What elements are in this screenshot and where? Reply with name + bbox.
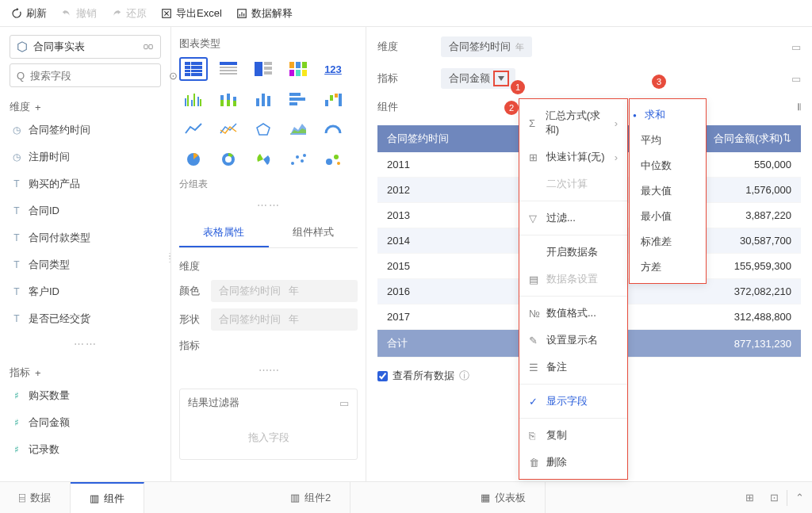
- view-all-input[interactable]: [377, 371, 388, 381]
- agg-stddev[interactable]: 标准差: [630, 229, 706, 255]
- chart-type-radar[interactable]: [249, 117, 278, 141]
- drag-handle[interactable]: ⋯⋯: [10, 338, 161, 350]
- explain-button[interactable]: 数据解释: [236, 6, 293, 21]
- plus-icon[interactable]: +: [35, 101, 41, 113]
- svg-rect-10: [220, 67, 237, 68]
- color-slot[interactable]: 合同签约时间年: [211, 280, 358, 302]
- agg-sum[interactable]: 求和: [630, 102, 706, 128]
- field-search[interactable]: Q ⊙: [10, 63, 161, 87]
- field-item[interactable]: T合同类型: [10, 254, 161, 276]
- menu-show-field[interactable]: ✓显示字段: [519, 388, 627, 415]
- chart-type-area[interactable]: [284, 117, 312, 141]
- chart-type-kpi[interactable]: 123: [319, 57, 347, 81]
- chart-type-crosstable[interactable]: [214, 57, 243, 81]
- dim-section-label: 维度: [10, 100, 30, 114]
- menu-copy[interactable]: ⎘复制: [519, 422, 627, 449]
- tab-component-style[interactable]: 组件样式: [269, 219, 358, 247]
- clock-icon: ◷: [11, 151, 22, 163]
- link-icon: [143, 41, 154, 52]
- chart-type-multi-line[interactable]: [214, 117, 243, 141]
- plus-icon[interactable]: +: [35, 367, 41, 379]
- shelf-menu-icon[interactable]: ▭: [791, 73, 801, 85]
- menu-note[interactable]: ☰备注: [519, 354, 627, 381]
- menu-number-format[interactable]: №数值格式...: [519, 300, 627, 327]
- chart-type-gauge[interactable]: [319, 117, 347, 141]
- agg-max[interactable]: 最大值: [630, 178, 706, 204]
- agg-min[interactable]: 最小值: [630, 204, 706, 229]
- shape-slot[interactable]: 合同签约时间年: [211, 308, 358, 331]
- expand-icon[interactable]: ⌃: [787, 492, 812, 503]
- metric-pill[interactable]: 合同金额: [441, 68, 515, 89]
- agg-avg[interactable]: 平均: [630, 128, 706, 153]
- search-input[interactable]: [30, 70, 163, 82]
- undo-button[interactable]: 撤销: [61, 6, 97, 21]
- menu-filter[interactable]: ▽过滤...: [519, 205, 627, 232]
- info-icon[interactable]: ⓘ: [459, 369, 469, 383]
- chart-type-bubble[interactable]: [319, 147, 347, 171]
- note-icon: ☰: [529, 362, 540, 373]
- data-source-select[interactable]: 合同事实表: [10, 35, 161, 59]
- menu-databar-enable[interactable]: 开启数据条: [519, 239, 627, 266]
- field-label: 合同金额: [29, 415, 70, 430]
- more-icon[interactable]: ⊙: [169, 70, 178, 82]
- dim-pill[interactable]: 合同签约时间 年: [441, 36, 532, 57]
- menu-delete[interactable]: 🗑删除: [519, 449, 627, 476]
- field-item[interactable]: T合同ID: [10, 200, 161, 222]
- metric-context-menu: Σ汇总方式(求和)› ⊞快速计算(无)› 二次计算 ▽过滤... 开启数据条 ▤…: [519, 98, 628, 480]
- chart-type-pie[interactable]: [179, 147, 208, 171]
- table-view-icon[interactable]: ⦀: [797, 101, 801, 113]
- chart-icon: ▥: [290, 492, 300, 503]
- chart-type-bar[interactable]: [284, 87, 312, 111]
- menu-quick-calc[interactable]: ⊞快速计算(无)›: [519, 144, 627, 170]
- chart-type-stacked-column[interactable]: [214, 87, 243, 111]
- metric-pill-label: 合同金额: [449, 71, 490, 86]
- filter-menu-icon[interactable]: ▭: [339, 397, 349, 409]
- export-button[interactable]: 导出Excel: [161, 6, 222, 21]
- tab-data[interactable]: ⌸数据: [0, 482, 71, 513]
- search-icon: Q: [17, 70, 25, 82]
- redo-icon: [111, 8, 122, 19]
- drag-handle[interactable]: ⋯⋯: [179, 199, 358, 211]
- menu-aggregation[interactable]: Σ汇总方式(求和)›: [519, 102, 627, 144]
- field-item[interactable]: T是否已经交货: [10, 308, 161, 330]
- menu-display-name[interactable]: ✎设置显示名: [519, 327, 627, 354]
- shelf-menu-icon[interactable]: ▭: [791, 41, 801, 53]
- tab-table-attr[interactable]: 表格属性: [179, 219, 269, 247]
- field-item[interactable]: ♯合同金额: [10, 412, 161, 434]
- chart-type-grouptable[interactable]: [179, 57, 208, 81]
- tab-dashboard[interactable]: ▦仪表板: [462, 482, 546, 513]
- chart-type-scatter[interactable]: [284, 147, 312, 171]
- chart-type-waterfall[interactable]: [319, 87, 347, 111]
- field-item[interactable]: ♯购买数量: [10, 385, 161, 407]
- chart-type-list[interactable]: [249, 57, 278, 81]
- field-item[interactable]: T购买的产品: [10, 173, 161, 195]
- chart-type-line[interactable]: [179, 117, 208, 141]
- sort-icon[interactable]: ⇅: [783, 132, 791, 144]
- chart-type-column[interactable]: [249, 87, 278, 111]
- tab-component[interactable]: ▥组件: [71, 482, 144, 513]
- metric-dropdown-icon[interactable]: [495, 72, 508, 85]
- field-label: 合同签约时间: [29, 123, 90, 137]
- field-item[interactable]: ♯记录数: [10, 438, 161, 461]
- field-item[interactable]: ◷注册时间: [10, 146, 161, 168]
- tab-component2[interactable]: ▥组件2: [271, 482, 350, 513]
- refresh-button[interactable]: 刷新: [11, 6, 47, 21]
- resize-handle[interactable]: ⋮⋮: [166, 255, 174, 261]
- chart-type-kpi-grid[interactable]: [284, 57, 312, 81]
- chart-type-rose[interactable]: [249, 147, 278, 171]
- attr-color-row: 颜色 合同签约时间年: [179, 280, 358, 302]
- add-chart-icon[interactable]: ⊞: [737, 492, 762, 503]
- chart-type-donut[interactable]: [214, 147, 243, 171]
- field-item[interactable]: T客户ID: [10, 281, 161, 303]
- chevron-right-icon: ›: [615, 117, 618, 129]
- svg-rect-35: [256, 98, 259, 106]
- chart-type-cluster-column[interactable]: [179, 87, 208, 111]
- agg-variance[interactable]: 方差: [630, 255, 706, 280]
- field-item[interactable]: ◷合同签约时间: [10, 119, 161, 141]
- redo-button[interactable]: 还原: [111, 6, 147, 21]
- add-dashboard-icon[interactable]: ⊡: [762, 492, 787, 503]
- agg-median[interactable]: 中位数: [630, 153, 706, 178]
- filter-dropzone[interactable]: 拖入字段: [180, 416, 357, 459]
- field-label: 注册时间: [29, 150, 70, 164]
- field-item[interactable]: T合同付款类型: [10, 227, 161, 249]
